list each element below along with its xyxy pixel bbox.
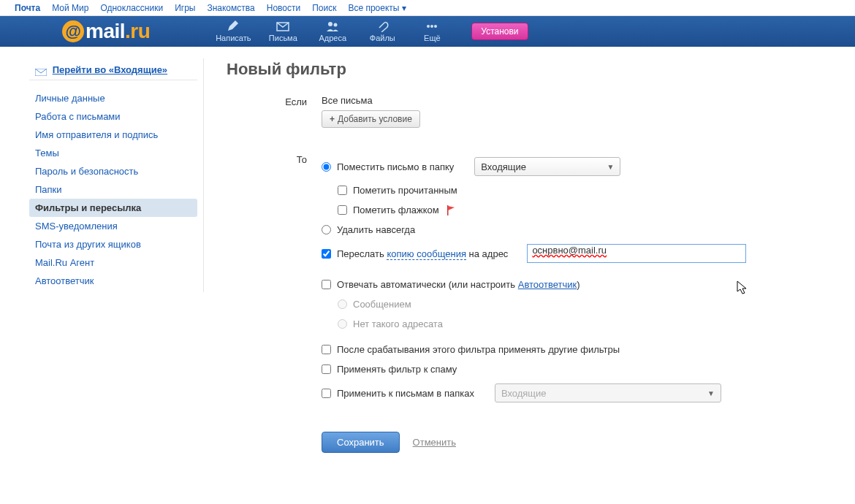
chevron-down-icon: ▼: [607, 163, 614, 171]
flag-icon: [446, 205, 455, 215]
more-button[interactable]: Ещё: [407, 20, 457, 42]
check-autoreply[interactable]: [322, 280, 331, 289]
check-mark-read[interactable]: [338, 186, 347, 195]
label-autoreply-noaddr: Нет такого адресата: [353, 318, 443, 329]
contacts-button[interactable]: Адреса: [308, 20, 357, 42]
label-mark-read: Пометить прочитанным: [353, 185, 457, 196]
pencil-icon: [227, 20, 240, 32]
topnav-link[interactable]: Знакомства: [207, 3, 254, 13]
forward-email-input[interactable]: оснрвно@mail.ru: [527, 244, 746, 263]
sidebar-item-sender[interactable]: Имя отправителя и подпись: [29, 126, 197, 144]
label-mark-flag: Пометить флажком: [353, 205, 439, 215]
check-forward[interactable]: [322, 249, 331, 259]
label-after: После срабатывания этого фильтра применя…: [337, 344, 620, 355]
label-delete: Удалить навсегда: [337, 224, 415, 235]
sidebar-item-security[interactable]: Пароль и безопасность: [29, 162, 197, 180]
label-forward: Переслать копию сообщения на адрес: [337, 248, 508, 259]
label-if: Если: [227, 95, 322, 107]
check-spam[interactable]: [322, 364, 331, 374]
radio-move[interactable]: [322, 162, 331, 172]
topnav-link[interactable]: Новости: [267, 3, 300, 13]
radio-autoreply-noaddr: [338, 319, 347, 329]
label-move: Поместить письмо в папку: [337, 161, 454, 172]
sidebar: Перейти во «Входящие» Личные данные Рабо…: [29, 60, 205, 459]
label-autoreply: Отвечать автоматически (или настроить Ав…: [337, 279, 580, 290]
sidebar-item-folders[interactable]: Папки: [29, 180, 197, 199]
compose-button[interactable]: Написать: [208, 20, 258, 42]
sidebar-item-personal[interactable]: Личные данные: [29, 89, 197, 107]
add-condition-button[interactable]: +Добавить условие: [322, 110, 420, 128]
check-mark-flag[interactable]: [338, 205, 347, 215]
files-button[interactable]: Файлы: [357, 20, 407, 42]
chevron-down-icon: ▼: [707, 389, 715, 397]
dots-icon: [425, 20, 438, 32]
page-title: Новый фильтр: [227, 60, 855, 79]
svg-point-2: [334, 23, 338, 27]
condition-all: Все письма: [322, 95, 855, 106]
clip-icon: [376, 20, 389, 32]
sidebar-item-external[interactable]: Почта из других ящиков: [29, 235, 197, 253]
label-apply-folders: Применить к письмам в папках: [337, 388, 474, 399]
header: @mail.ru Написать Письма Адреса Файлы Ещ…: [0, 16, 855, 47]
radio-autoreply-msg: [338, 299, 347, 309]
top-nav: Почта Мой Мир Одноклассники Игры Знакомс…: [0, 0, 855, 16]
topnav-link[interactable]: Мой Мир: [52, 3, 88, 13]
save-button[interactable]: Сохранить: [322, 432, 400, 453]
people-icon: [326, 20, 339, 32]
topnav-link[interactable]: Поиск: [312, 3, 336, 13]
install-button[interactable]: Установи: [471, 23, 528, 40]
logo[interactable]: @mail.ru: [62, 20, 150, 43]
radio-delete[interactable]: [322, 225, 331, 234]
check-apply-folders[interactable]: [322, 389, 331, 398]
sidebar-item-autoreply[interactable]: Автоответчик: [29, 272, 197, 290]
sidebar-item-sms[interactable]: SMS-уведомления: [29, 217, 197, 235]
folder-select[interactable]: Входящие ▼: [474, 157, 620, 176]
topnav-link[interactable]: Игры: [175, 3, 195, 13]
goto-inbox[interactable]: Перейти во «Входящие»: [29, 60, 197, 80]
envelope-icon: [35, 67, 47, 75]
mail-button[interactable]: Письма: [258, 20, 308, 42]
cancel-link[interactable]: Отменить: [413, 437, 456, 448]
check-after[interactable]: [322, 345, 331, 354]
header-nav: Написать Письма Адреса Файлы Ещё: [208, 20, 457, 42]
sidebar-item-filters[interactable]: Фильтры и пересылка: [29, 199, 197, 217]
label-autoreply-msg: Сообщением: [353, 299, 411, 310]
topnav-link[interactable]: Все проекты ▾: [348, 3, 406, 13]
label-spam: Применять фильтр к спаму: [337, 364, 457, 375]
sidebar-item-mailwork[interactable]: Работа с письмами: [29, 107, 197, 126]
envelope-icon: [276, 20, 289, 32]
label-then: То: [227, 153, 322, 165]
sidebar-item-themes[interactable]: Темы: [29, 144, 197, 162]
forward-copy-link[interactable]: копию сообщения: [387, 248, 466, 260]
svg-point-3: [427, 25, 430, 28]
topnav-link[interactable]: Почта: [15, 3, 40, 13]
logo-at-icon: @: [62, 20, 84, 42]
content: Новый фильтр Если Все письма +Добавить у…: [205, 60, 855, 459]
apply-folder-select: Входящие ▼: [495, 383, 721, 402]
svg-point-4: [430, 25, 433, 28]
svg-point-5: [434, 25, 437, 28]
topnav-link[interactable]: Одноклассники: [100, 3, 163, 13]
svg-point-1: [328, 22, 332, 26]
sidebar-item-agent[interactable]: Mail.Ru Агент: [29, 253, 197, 272]
autoresponder-link[interactable]: Автоответчик: [518, 279, 577, 290]
